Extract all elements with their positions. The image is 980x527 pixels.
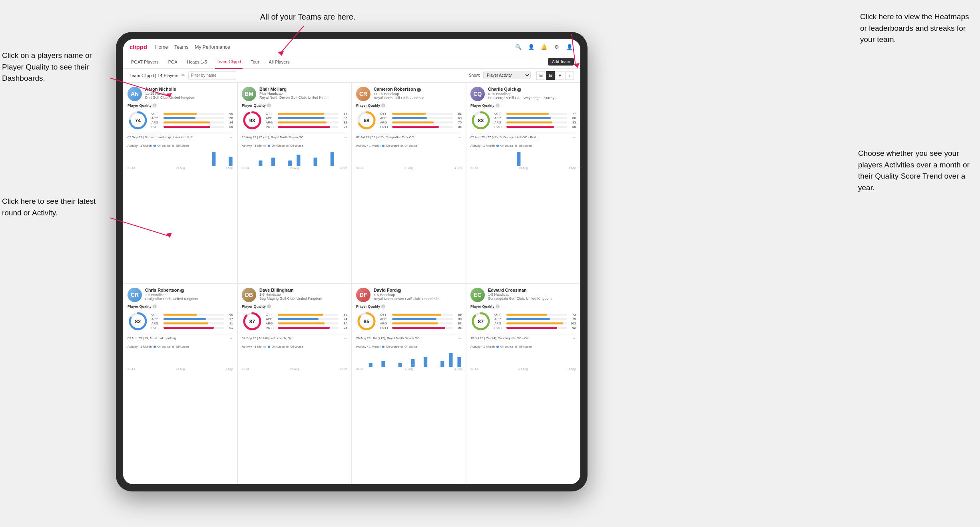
stat-row-putt: PUTT 92 — [494, 326, 576, 330]
player-quality-donut[interactable]: 82 — [127, 311, 148, 332]
quality-row[interactable]: 87 OTT 73 APP 79 ARG 103 PUTT 92 — [470, 311, 576, 332]
add-team-button[interactable]: Add Team — [548, 58, 574, 66]
grid-view-button[interactable]: ⊞ — [536, 71, 545, 80]
subnav-all-players[interactable]: All Players — [267, 55, 291, 69]
stat-row-app: APP 58 — [151, 116, 233, 120]
player-quality-donut[interactable]: 93 — [242, 110, 263, 131]
quality-row[interactable]: 74 OTT 60 APP 58 ARG 84 PUTT 85 — [127, 110, 233, 131]
player-name[interactable]: David Ford✓ — [374, 288, 462, 293]
quality-row[interactable]: 87 OTT 82 APP 74 ARG 85 PUTT 94 — [242, 311, 347, 332]
bell-icon[interactable]: 🔔 — [540, 43, 548, 52]
player-quality-donut[interactable]: 68 — [356, 110, 377, 131]
latest-round[interactable]: 04 Sep 23 | Mobility with coach, Gym → — [242, 334, 347, 340]
filter-view-button[interactable]: ▼ — [556, 71, 564, 80]
player-card: EC Edward Crossman 1-5 Handicap Sunningd… — [466, 283, 580, 484]
on-course-label: On course — [500, 345, 513, 348]
nav-home[interactable]: Home — [155, 44, 168, 50]
subnav-team-clippd[interactable]: Team Clippd — [215, 55, 243, 69]
stat-bars: OTT 73 APP 79 ARG 103 PUTT 92 — [494, 313, 576, 330]
stat-row-arg: ARG 103 — [494, 322, 576, 325]
activity-chart — [356, 149, 462, 166]
arrow-right-icon: → — [458, 336, 462, 340]
player-avatar: DF — [356, 288, 370, 302]
chart-dates: 31 Jul 21 Aug 4 Sep — [127, 167, 233, 169]
latest-round[interactable]: 03 Mar 23 | 19, Must make putting → — [127, 334, 233, 340]
svg-rect-34 — [424, 357, 427, 367]
off-course-label: Off course — [290, 144, 303, 147]
svg-text:83: 83 — [478, 117, 484, 123]
quality-label: Player Quality i — [242, 103, 347, 107]
player-card: DF David Ford✓ 1-5 Handicap Royal North … — [352, 283, 466, 484]
player-handicap: 6-10 Handicap — [488, 92, 576, 96]
quality-row[interactable]: 82 OTT 60 APP 77 ARG 81 PUTT 91 — [127, 311, 233, 332]
player-name[interactable]: Cameron Robertson✓ — [374, 87, 462, 92]
player-name[interactable]: Chris Robertson✓ — [145, 288, 233, 293]
sort-view-button[interactable]: ↕ — [565, 71, 574, 80]
player-club: St. George's Hill GC - Weybridge - Surre… — [488, 96, 576, 100]
player-header: DB Dave Billingham 1-5 Handicap Sug Magi… — [242, 288, 347, 302]
person-icon[interactable]: 👤 — [527, 43, 536, 52]
quality-row[interactable]: 68 OTT 61 APP 63 ARG 75 PUTT 85 — [356, 110, 462, 131]
latest-round[interactable]: 26 Aug 23 | 73 (+1), Royal North Devon G… — [242, 133, 347, 139]
nav-performance[interactable]: My Performance — [195, 44, 230, 50]
player-club: Royal North Devon Golf Club, United Kiti… — [374, 297, 462, 301]
show-select[interactable]: Player Activity Quality Score Trend — [483, 72, 531, 79]
player-name[interactable]: Dave Billingham — [259, 288, 347, 292]
arrow-right-icon: → — [572, 336, 576, 340]
view-toggle: ⊞ ⊟ ▼ ↕ — [536, 71, 574, 80]
activity-section: Activity · 1 Month On course Off course … — [356, 142, 462, 169]
svg-rect-11 — [297, 155, 300, 166]
settings-icon[interactable]: ⚙ — [552, 43, 561, 52]
player-quality-donut[interactable]: 74 — [127, 110, 148, 131]
player-handicap: 11-15 Handicap — [374, 92, 462, 96]
latest-round[interactable]: 07 Aug 23 | 77 (+7), St George's Hill GC… — [470, 133, 576, 139]
activity-section: Activity · 1 Month On course Off course … — [127, 142, 233, 169]
latest-round[interactable]: 02 Jul 23 | 59 (+17), Craigmillar Park G… — [356, 133, 462, 139]
player-name[interactable]: Blair McHarg — [259, 87, 347, 91]
player-header: AN Aaron Nicholls 11-15 Handicap Drift G… — [127, 87, 233, 101]
stat-row-arg: ARG 83 — [494, 121, 576, 124]
edit-icon[interactable]: ✏ — [181, 73, 185, 78]
logo[interactable]: clippd — [129, 44, 147, 50]
stat-row-arg: ARG 88 — [266, 121, 347, 124]
svg-rect-35 — [440, 361, 444, 367]
player-club: Craigmillar Park, United Kingdom — [145, 297, 233, 301]
player-card: CQ Charlie Quick✓ 6-10 Handicap St. Geor… — [466, 82, 580, 283]
search-icon[interactable]: 🔍 — [514, 43, 523, 52]
latest-round[interactable]: 19 Jul 23 | 74 (+4), Sunningdale GC - Ol… — [470, 334, 576, 340]
quality-info-icon: i — [267, 103, 271, 107]
off-course-label: Off course — [519, 144, 532, 147]
quality-info-icon: i — [153, 304, 157, 308]
player-name[interactable]: Aaron Nicholls — [145, 87, 233, 91]
stat-row-arg: ARG 81 — [151, 322, 233, 325]
subnav-tour[interactable]: Tour — [249, 55, 261, 69]
latest-round[interactable]: 26 Aug 23 | 84 (+12), Royal North Devon … — [356, 334, 462, 340]
quality-row[interactable]: 93 OTT 84 APP 85 ARG 88 PUTT 95 — [242, 110, 347, 131]
latest-round[interactable]: 02 Sep 23 | Sunset round to get back int… — [127, 133, 233, 139]
stat-row-ott: OTT 82 — [266, 313, 347, 316]
list-view-button[interactable]: ⊟ — [546, 71, 555, 80]
svg-rect-36 — [449, 353, 452, 367]
subnav-hcaps[interactable]: Hcaps 1-5 — [185, 55, 209, 69]
filter-bar: Team Clippd | 14 Players ✏ Show: Player … — [123, 69, 580, 82]
player-quality-donut[interactable]: 87 — [242, 311, 263, 332]
player-quality-donut[interactable]: 85 — [356, 311, 377, 332]
player-card: CR Chris Robertson✓ 1-5 Handicap Craigmi… — [123, 283, 237, 484]
show-label: Show: — [469, 73, 480, 78]
player-name[interactable]: Charlie Quick✓ — [488, 87, 576, 92]
search-input[interactable] — [188, 71, 236, 80]
player-quality-donut[interactable]: 83 — [470, 110, 491, 131]
activity-chart — [356, 350, 462, 367]
user-avatar-icon[interactable]: 👤 — [565, 43, 574, 52]
quality-row[interactable]: 85 OTT 89 APP 80 ARG 83 PUTT 96 — [356, 311, 462, 332]
player-name[interactable]: Edward Crossman — [488, 288, 576, 292]
annotation-left-top: Click on a players name or Player Qualit… — [2, 50, 110, 84]
player-quality-donut[interactable]: 87 — [470, 311, 491, 332]
nav-teams[interactable]: Teams — [174, 44, 188, 50]
stat-bars: OTT 61 APP 63 ARG 75 PUTT 85 — [380, 112, 462, 129]
subnav-pgat[interactable]: PGAT Players — [129, 55, 160, 69]
subnav-pga[interactable]: PGA — [167, 55, 179, 69]
activity-section: Activity · 1 Month On course Off course … — [470, 142, 576, 169]
quality-row[interactable]: 83 OTT 77 APP 80 ARG 83 PUTT 86 — [470, 110, 576, 131]
nav-bar: clippd Home Teams My Performance 🔍 👤 🔔 ⚙… — [123, 39, 580, 55]
